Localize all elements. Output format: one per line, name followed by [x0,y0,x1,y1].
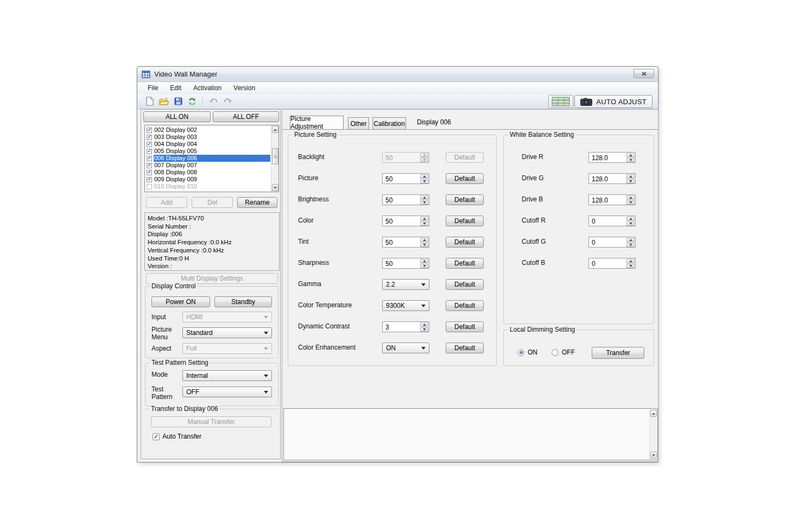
spin-down-button[interactable] [626,179,635,183]
white-balance-spinner[interactable]: 128.0 [588,173,636,184]
local-dimming-transfer-button[interactable]: Transfer [592,347,644,359]
picture-row-spinner[interactable]: 50 [382,173,429,184]
spin-up-button[interactable] [420,153,428,157]
white-balance-spinner[interactable]: 0 [588,216,636,226]
spin-up-button[interactable] [420,322,428,327]
checkbox-checked-icon[interactable]: ✓ [147,156,152,161]
del-button[interactable]: Del [192,197,233,208]
spin-up-button[interactable] [626,153,635,157]
scroll-up-button[interactable] [272,126,278,133]
spin-down-button[interactable] [626,158,635,162]
spin-up-button[interactable] [420,259,428,263]
default-button[interactable]: Default [446,300,484,311]
mode-select[interactable]: Internal [182,370,272,381]
spin-up-button[interactable] [626,259,635,263]
radio-on-icon[interactable] [517,349,524,356]
log-scrollbar[interactable] [649,409,657,459]
display-list-item[interactable]: ✓009 Display 009 [145,176,270,183]
display-list-item[interactable]: ✓002 Display 002 [145,126,270,134]
spin-up-button[interactable] [420,174,428,179]
tab-other[interactable]: Other [348,117,369,130]
picture-row-spinner[interactable]: 3 [382,321,429,332]
spin-down-button[interactable] [420,200,428,205]
menu-file[interactable]: File [142,83,164,93]
refresh-button[interactable] [185,95,199,108]
picture-row-spinner[interactable]: 50 [382,194,429,205]
local-dimming-off-option[interactable]: OFF [552,349,575,356]
redo-button[interactable] [220,95,235,108]
checkbox-checked-icon[interactable]: ✓ [147,170,152,175]
auto-transfer-checkbox-row[interactable]: ✓ Auto Transfer [153,433,201,440]
picture-row-select[interactable]: 2.2 [382,279,429,290]
spin-down-button[interactable] [626,200,635,205]
spin-up-button[interactable] [626,195,635,200]
layout-grid-button[interactable] [548,95,573,108]
checkbox-checked-icon[interactable]: ✓ [147,177,152,182]
spin-down-button[interactable] [420,243,428,247]
default-button[interactable]: Default [446,321,484,332]
checkbox-unchecked-icon[interactable] [147,184,152,189]
spin-up-button[interactable] [420,195,428,200]
display-list-item[interactable]: ✓003 Display 003 [145,134,270,141]
menu-edit[interactable]: Edit [164,83,187,93]
test-pattern-select[interactable]: OFF [182,387,272,397]
white-balance-spinner[interactable]: 128.0 [588,194,636,205]
checkbox-checked-icon[interactable]: ✓ [147,149,152,154]
default-button[interactable]: Default [446,258,484,269]
default-button[interactable]: Default [446,343,484,353]
spin-down-button[interactable] [420,264,428,268]
default-button[interactable]: Default [446,194,484,205]
display-list-item[interactable]: ✓006 Display 006 [145,155,270,162]
picture-row-select[interactable]: ON [382,343,429,353]
standby-button[interactable]: Standby [214,296,272,307]
power-on-button[interactable]: Power ON [151,296,210,307]
rename-button[interactable]: Rename [237,197,277,208]
display-list-item[interactable]: ✓008 Display 008 [145,169,270,176]
display-list-item[interactable]: ✓004 Display 004 [145,141,270,148]
close-button[interactable] [634,69,654,78]
spin-up-button[interactable] [626,217,635,221]
scroll-down-button[interactable] [272,184,278,191]
checkbox-checked-icon[interactable]: ✓ [147,142,152,147]
spin-down-button[interactable] [420,221,428,226]
scroll-thumb[interactable] [272,148,278,164]
default-button[interactable]: Default [446,237,484,248]
spin-up-button[interactable] [420,217,428,221]
aspect-select[interactable]: Full [182,343,272,354]
picture-row-spinner[interactable]: 50 [382,237,429,248]
manual-transfer-button[interactable]: Manual Transfer [151,416,271,427]
open-button[interactable] [157,95,171,108]
default-button[interactable]: Default [446,173,484,184]
tab-picture-adjustment[interactable]: Picture Adjustment [290,116,344,130]
spin-down-button[interactable] [420,179,428,183]
checkbox-checked-icon[interactable]: ✓ [147,135,152,140]
menu-version[interactable]: Version [227,83,261,93]
log-scroll-down-button[interactable] [650,452,657,459]
default-button[interactable]: Default [446,216,484,226]
default-button[interactable]: Default [446,152,484,163]
spin-down-button[interactable] [626,243,635,247]
checkbox-checked-icon[interactable]: ✓ [153,433,160,440]
default-button[interactable]: Default [446,279,484,290]
save-button[interactable] [171,95,185,108]
display-list-item[interactable]: ✓005 Display 005 [145,148,270,155]
radio-off-icon[interactable] [552,349,559,356]
undo-button[interactable] [206,95,220,108]
checkbox-checked-icon[interactable]: ✓ [147,128,152,133]
picture-row-spinner[interactable]: 50 [382,258,429,269]
display-list-item[interactable]: 010 Display 010 [145,183,270,190]
add-button[interactable]: Add [146,197,187,208]
picture-row-select[interactable]: 9300K [382,300,429,311]
auto-adjust-button[interactable]: AUTO ADJUST [574,95,653,108]
spin-down-button[interactable] [420,158,428,162]
checkbox-checked-icon[interactable]: ✓ [147,163,152,168]
menu-activation[interactable]: Activation [187,83,227,93]
local-dimming-on-option[interactable]: ON [517,349,537,356]
spin-up-button[interactable] [626,174,635,179]
picture-row-spinner[interactable]: 50 [382,152,429,163]
spin-up-button[interactable] [626,238,635,242]
display-list-scrollbar[interactable] [271,125,278,192]
spin-down-button[interactable] [626,264,635,268]
picture-menu-select[interactable]: Standard [182,327,272,338]
all-on-button[interactable]: ALL ON [143,111,211,122]
